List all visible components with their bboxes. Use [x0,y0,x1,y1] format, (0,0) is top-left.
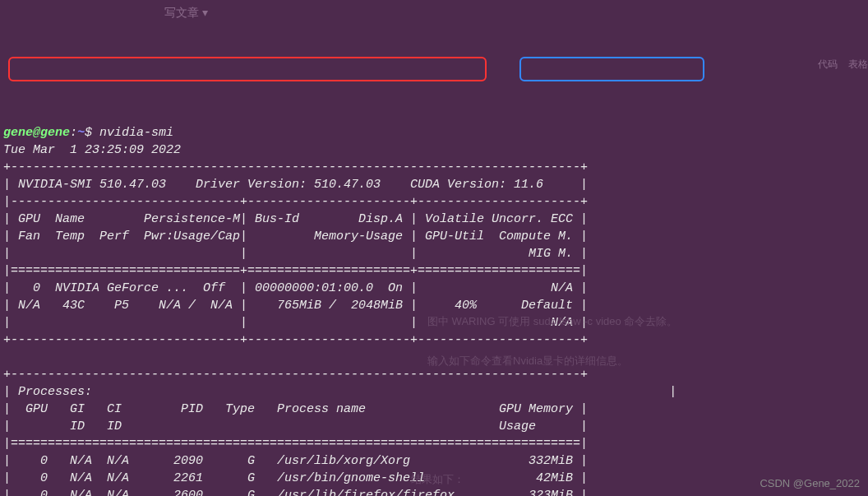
terminal-content: gene@gene:~$ nvidia-smi Tue Mar 1 23:25:… [3,124,865,496]
prompt-separator: : [70,126,77,140]
processes-header2: | ID ID Usage | [3,420,588,433]
process-row-0: | 0 N/A N/A 2090 G /usr/lib/xorg/Xorg 33… [3,454,588,468]
timestamp: Tue Mar 1 23:25:09 2022 [3,143,181,157]
divider-eq: |===============================+=======… [3,264,588,278]
divider-mid: |-------------------------------+-------… [3,195,588,209]
gpu-header-row1: | GPU Name Persistence-M| Bus-Id Disp.A … [3,212,588,226]
highlight-red-box [8,57,487,81]
gpu-header-row3: | | | MIG M. | [3,247,588,261]
proc-close-pipe: | [92,385,676,399]
gpu-header-row2: | Fan Temp Perf Pwr:Usage/Cap| Memory-Us… [3,229,588,243]
header-line: | NVIDIA-SMI 510.47.03 Driver Version: 5… [3,178,588,192]
prompt-user: gene@gene [3,126,70,140]
gpu-row1: | 0 NVIDIA GeForce ... Off | 00000000:01… [3,281,588,295]
background-title: 写文章 ▾ [164,5,208,21]
divider-bottom: +-------------------------------+-------… [3,333,588,347]
command-text: nvidia-smi [99,126,173,140]
proc-divider-eq: |=======================================… [3,437,588,451]
processes-header1: | GPU GI CI PID Type Process name GPU Me… [3,402,588,416]
proc-divider-top: +---------------------------------------… [3,368,588,382]
watermark: CSDN @Gene_2022 [760,476,860,491]
gpu-row2: | N/A 43C P5 N/A / N/A | 765MiB / 2048Mi… [3,299,588,313]
gpu-row3: | | | N/A | [3,316,588,330]
highlight-blue-box [519,57,704,81]
processes-label: | Processes: [3,385,92,399]
prompt-dollar: $ [85,126,92,140]
process-row-2: | 0 N/A N/A 2600 G /usr/lib/firefox/fire… [3,489,588,496]
background-toolbar: 代码 表格 [818,58,868,72]
prompt-path: ~ [77,126,85,140]
process-row-1: | 0 N/A N/A 2261 G /usr/bin/gnome-shell … [3,471,588,485]
divider-top: +---------------------------------------… [3,160,588,174]
